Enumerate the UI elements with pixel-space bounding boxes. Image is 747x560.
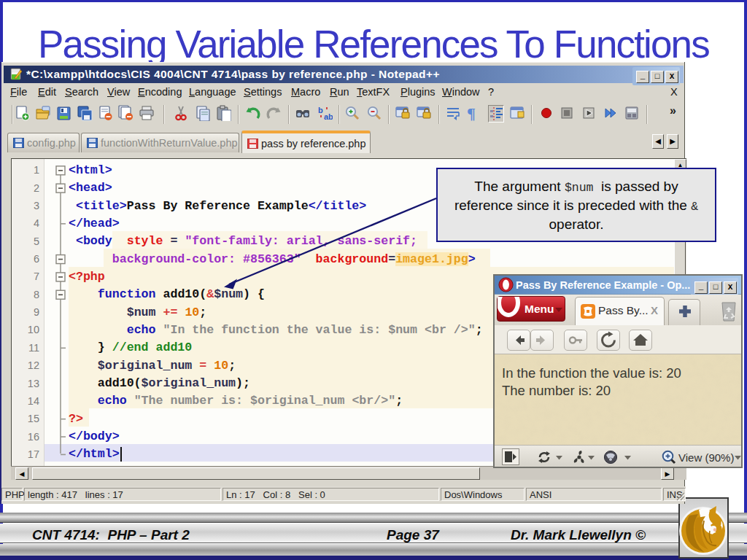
svg-text:ab: ab [324,112,333,121]
svg-text:b: b [318,106,323,114]
svg-text:¶: ¶ [467,105,476,121]
